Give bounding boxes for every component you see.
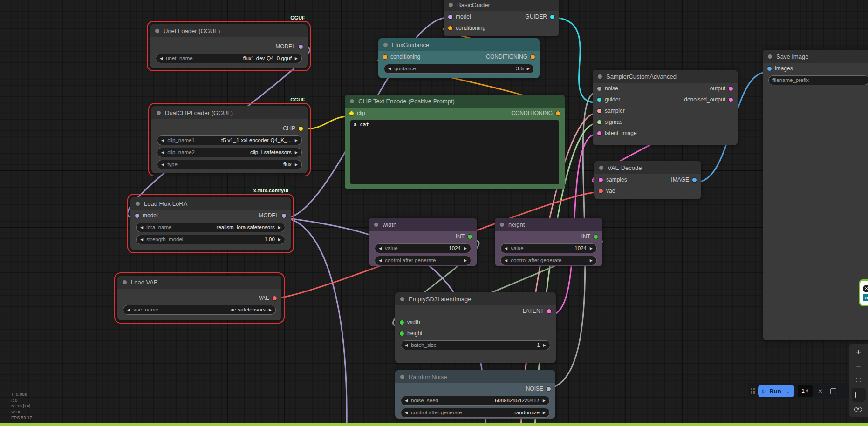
input-slot-conditioning[interactable]: conditioning — [448, 25, 485, 31]
node-basic-guider[interactable]: BasicGuidermodelGUIDERconditioning — [444, 0, 559, 36]
widget-prev-icon[interactable]: ◀ — [405, 343, 408, 347]
widget-value[interactable]: ◀value1024▶ — [375, 243, 471, 253]
output-slot-INT[interactable]: INT — [581, 233, 598, 240]
input-slot-guider[interactable]: guider — [597, 96, 620, 103]
select-mode-button[interactable] — [852, 388, 866, 402]
input-slot-noise[interactable]: noise — [597, 85, 618, 92]
input-slot-vae[interactable]: vae — [599, 188, 615, 194]
widget-vae_name[interactable]: ◀vae_nameae.safetensors▶ — [123, 305, 276, 315]
widget-filename_prefix[interactable]: filename_prefix — [768, 75, 868, 85]
node-height[interactable]: heightINT◀value1024▶◀control after gener… — [495, 218, 602, 266]
widget-next-icon[interactable]: ▶ — [464, 246, 467, 250]
output-slot-output[interactable]: output — [710, 85, 733, 92]
widget-control-after-generate[interactable]: ◀control after generate.▶ — [500, 256, 597, 265]
collapse-dot-icon[interactable] — [598, 74, 602, 79]
slot-dot[interactable] — [299, 127, 303, 131]
slot-dot[interactable] — [729, 87, 733, 91]
node-save-image[interactable]: Save Imageimagesfilename_prefix — [763, 50, 868, 340]
slot-dot[interactable] — [349, 111, 354, 115]
widget-prev-icon[interactable]: ◀ — [379, 246, 382, 250]
widget-lora_name[interactable]: ◀lora_namerealism_lora.safetensors▶ — [136, 223, 285, 232]
output-slot-MODEL[interactable]: MODEL — [275, 43, 303, 50]
widget-next-icon[interactable]: ▶ — [590, 246, 593, 250]
input-slot-conditioning[interactable]: conditioning — [383, 54, 420, 60]
widget-value[interactable]: ◀value1024▶ — [500, 243, 597, 253]
input-slot-model[interactable]: model — [448, 14, 471, 20]
widget-prev-icon[interactable]: ◀ — [405, 411, 408, 415]
slot-dot[interactable] — [531, 55, 535, 59]
node-header[interactable]: width — [369, 218, 477, 231]
input-slot-samples[interactable]: samples — [599, 176, 627, 183]
slot-dot[interactable] — [273, 296, 277, 300]
node-clip-text-encode[interactable]: CLIP Text Encode (Positive Prompt)clipCO… — [345, 95, 565, 189]
node-width[interactable]: widthINT◀value1024▶◀control after genera… — [369, 218, 477, 266]
slot-dot[interactable] — [468, 235, 472, 239]
output-slot-MODEL[interactable]: MODEL — [259, 212, 286, 219]
widget-batch_size[interactable]: ◀batch_size1▶ — [401, 340, 550, 350]
slot-dot[interactable] — [547, 309, 551, 313]
output-slot-NOISE[interactable]: NOISE — [526, 385, 551, 392]
input-slot-width[interactable]: width — [400, 319, 420, 325]
widget-prev-icon[interactable]: ◀ — [161, 162, 164, 167]
widget-next-icon[interactable]: ▶ — [543, 343, 546, 347]
slot-dot[interactable] — [550, 15, 554, 19]
slot-dot[interactable] — [597, 109, 601, 113]
node-unet-loader-gguf[interactable]: GGUFUnet Loader (GGUF)MODEL◀unet_nameflu… — [150, 24, 308, 68]
slot-dot[interactable] — [383, 55, 387, 59]
slot-dot[interactable] — [599, 178, 603, 182]
widget-next-icon[interactable]: ▶ — [543, 399, 546, 403]
node-header[interactable]: FluxGuidance — [378, 38, 540, 51]
node-header[interactable]: VAE Decode — [594, 161, 701, 174]
slot-dot[interactable] — [597, 87, 601, 91]
chevron-down-icon[interactable]: ⌄ — [786, 388, 790, 394]
input-slot-sampler[interactable]: sampler — [597, 108, 625, 114]
collapse-dot-icon[interactable] — [599, 166, 603, 170]
collapse-dot-icon[interactable] — [400, 375, 404, 379]
node-header[interactable]: DualCLIPLoader (GGUF) — [151, 106, 308, 119]
widget-next-icon[interactable]: ▶ — [527, 67, 530, 71]
slot-dot[interactable] — [597, 131, 601, 135]
slot-dot[interactable] — [448, 26, 452, 30]
widget-noise_seed[interactable]: ◀noise_seed608982854220417▶ — [401, 396, 550, 406]
prompt-textarea[interactable]: a cat — [350, 120, 559, 184]
slot-dot[interactable] — [729, 98, 733, 102]
slot-dot[interactable] — [594, 235, 598, 239]
node-randomnoise[interactable]: RandomNoiseNOISE◀noise_seed6089828542204… — [395, 370, 555, 419]
output-slot-CONDITIONING[interactable]: CONDITIONING — [511, 110, 560, 116]
node-header[interactable]: Save Image — [763, 50, 868, 63]
widget-prev-icon[interactable]: ◀ — [405, 399, 408, 403]
node-header[interactable]: Unet Loader (GGUF) — [150, 24, 308, 37]
slot-dot[interactable] — [597, 120, 601, 124]
output-slot-IMAGE[interactable]: IMAGE — [671, 176, 697, 183]
collapse-dot-icon[interactable] — [449, 3, 453, 7]
slot-dot[interactable] — [556, 111, 560, 115]
collapse-dot-icon[interactable] — [155, 29, 159, 33]
widget-strength_model[interactable]: ◀strength_model1.00▶ — [136, 235, 285, 244]
cancel-run-icon[interactable]: ✕ — [816, 388, 825, 395]
output-slot-LATENT[interactable]: LATENT — [523, 308, 551, 314]
widget-prev-icon[interactable]: ◀ — [160, 56, 163, 61]
node-header[interactable]: Load Flux LoRA — [130, 197, 291, 210]
node-header[interactable]: BasicGuider — [444, 0, 559, 11]
widget-prev-icon[interactable]: ◀ — [388, 67, 391, 71]
collapse-dot-icon[interactable] — [136, 202, 140, 206]
node-load-vae[interactable]: Load VAEVAE◀vae_nameae.safetensors▶ — [117, 276, 281, 320]
output-slot-GUIDER[interactable]: GUIDER — [525, 14, 554, 20]
node-dual-clip-loader-gguf[interactable]: GGUFDualCLIPLoader (GGUF)CLIP◀clip_name1… — [151, 106, 308, 173]
output-slot-CONDITIONING[interactable]: CONDITIONING — [486, 54, 535, 60]
collapse-dot-icon[interactable] — [123, 280, 127, 284]
widget-prev-icon[interactable]: ◀ — [140, 237, 143, 242]
node-flux-guidance[interactable]: FluxGuidanceconditioningCONDITIONING◀gui… — [378, 38, 540, 78]
run-button[interactable]: ▷ Run ⌄ — [758, 385, 794, 397]
slot-dot[interactable] — [400, 320, 404, 325]
widget-next-icon[interactable]: ▶ — [269, 308, 272, 312]
input-slot-model[interactable]: model — [135, 212, 158, 219]
node-header[interactable]: height — [495, 218, 602, 231]
node-vae-decode[interactable]: VAE DecodesamplesIMAGEvae — [594, 161, 701, 199]
widget-prev-icon[interactable]: ◀ — [127, 308, 130, 312]
slot-dot[interactable] — [448, 15, 452, 19]
node-empty-sd3-latent[interactable]: EmptySD3LatentImageLATENTwidthheight◀bat… — [395, 292, 556, 363]
stop-icon[interactable] — [830, 388, 836, 394]
widget-prev-icon[interactable]: ◀ — [161, 138, 164, 142]
widget-next-icon[interactable]: ▶ — [295, 162, 298, 167]
